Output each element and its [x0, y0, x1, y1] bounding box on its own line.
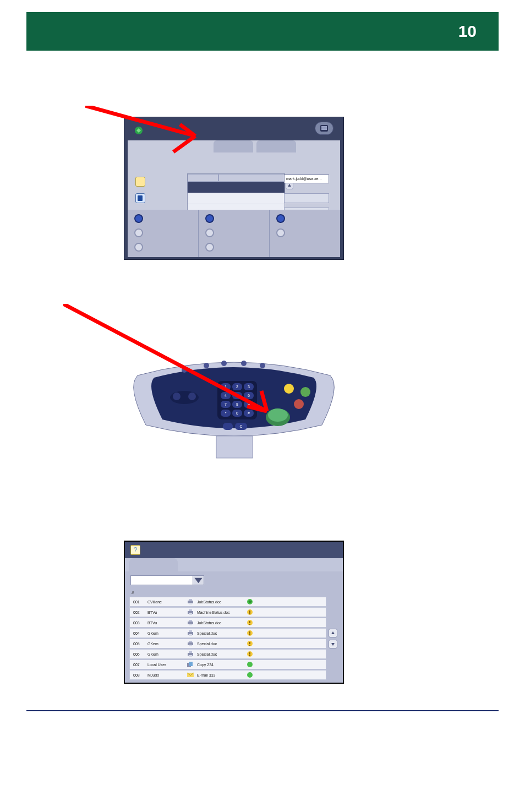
job-status-button[interactable] — [315, 122, 333, 135]
job-type-icon — [186, 641, 195, 646]
svg-rect-37 — [189, 603, 192, 604]
job-type-icon — [186, 620, 195, 625]
svg-rect-43 — [249, 611, 250, 613]
job-filter-input[interactable] — [130, 575, 193, 585]
svg-rect-46 — [189, 620, 192, 622]
keypad-key-9[interactable]: 9 — [248, 402, 250, 406]
job-id: 005 — [130, 642, 147, 646]
touchscreen-topbar — [124, 117, 343, 141]
stop-button[interactable] — [294, 399, 304, 409]
option-radio[interactable] — [205, 214, 214, 223]
svg-rect-62 — [249, 645, 250, 646]
recipient-table-header-2 — [218, 174, 285, 182]
svg-point-8 — [182, 367, 187, 373]
job-row[interactable]: 004GKemSpecial.doc — [129, 628, 326, 638]
keypad-key-0[interactable]: 0 — [236, 411, 238, 415]
job-name: JobStatus.doc — [195, 600, 245, 604]
scroll-down-button[interactable] — [329, 640, 337, 648]
option-radio[interactable] — [205, 243, 214, 252]
scroll-up-button[interactable] — [329, 629, 337, 637]
job-row[interactable]: 001CVillaneJobStatus.doc — [129, 597, 326, 607]
recipient-row[interactable] — [188, 182, 285, 193]
job-status-topbar: ? — [125, 542, 343, 558]
svg-point-71 — [247, 662, 253, 667]
keypad-key-hash[interactable]: # — [248, 411, 250, 415]
job-filter-dropdown-button[interactable] — [193, 575, 204, 585]
svg-rect-40 — [189, 609, 192, 611]
clear-all-button[interactable] — [300, 387, 310, 397]
job-row[interactable]: 007Local UserCopy 234 — [129, 660, 326, 669]
job-row[interactable]: 005GKemSpecial.doc — [129, 639, 326, 648]
option-radio[interactable] — [205, 228, 214, 237]
email-tab-1[interactable] — [132, 140, 172, 152]
page-header-bar: 10 — [26, 12, 499, 51]
keypad-key-5[interactable]: 5 — [236, 394, 238, 397]
job-status-icon — [245, 630, 254, 636]
svg-rect-70 — [189, 662, 193, 666]
job-id: 004 — [130, 631, 147, 635]
interrupt-button[interactable] — [284, 384, 294, 394]
job-owner: GKem — [147, 652, 186, 656]
svg-point-31 — [268, 408, 288, 422]
column-header-hash: # — [125, 589, 343, 595]
job-type-icon — [186, 662, 195, 667]
job-row[interactable]: 006GKemSpecial.doc — [129, 649, 326, 659]
control-panel-illustration: 1 2 3 4 5 6 7 8 9 * 0 # C — [124, 353, 344, 464]
option-radio[interactable] — [276, 214, 285, 223]
job-row[interactable]: 003BTVuJobStatus.doc — [129, 618, 326, 628]
job-row[interactable]: 008MJuddE-mail 333 — [129, 670, 326, 680]
option-radio[interactable] — [276, 228, 285, 237]
job-id: 003 — [130, 621, 147, 625]
keypad-key-2[interactable]: 2 — [236, 385, 238, 389]
svg-point-9 — [204, 363, 209, 368]
recipient-row[interactable] — [188, 193, 285, 204]
svg-rect-2 — [321, 126, 327, 128]
document-icon[interactable] — [135, 193, 145, 203]
figure-job-status-screen: ? # 001CVillaneJobStatus.doc002BTVuMachi… — [124, 541, 344, 684]
active-jobs-tab[interactable] — [129, 558, 178, 571]
job-name: Copy 234 — [195, 663, 245, 667]
job-name: E-mail 333 — [195, 673, 245, 677]
job-status-tab-area — [125, 558, 343, 571]
svg-rect-3 — [321, 128, 327, 130]
svg-rect-49 — [249, 621, 250, 623]
touchscreen-option-row — [128, 210, 340, 257]
keypad-key-7[interactable]: 7 — [225, 402, 227, 406]
job-owner: MJudd — [147, 673, 186, 677]
option-column-3 — [269, 210, 340, 257]
keypad-key-star[interactable]: * — [225, 411, 227, 415]
keypad-key-3[interactable]: 3 — [248, 385, 250, 389]
page-number: 10 — [458, 22, 477, 41]
note-icon[interactable] — [135, 177, 145, 187]
figure-control-panel: 1 2 3 4 5 6 7 8 9 * 0 # C — [124, 353, 344, 464]
job-type-icon — [186, 651, 195, 657]
svg-rect-68 — [249, 655, 250, 656]
email-tab-3[interactable] — [256, 140, 296, 152]
svg-rect-58 — [189, 641, 192, 642]
svg-rect-36 — [189, 599, 192, 601]
job-id: 008 — [130, 673, 147, 677]
svg-rect-7 — [216, 436, 253, 458]
document-page: 10 — [0, 12, 525, 733]
job-name: MachineStatus.doc — [195, 611, 245, 614]
job-id: 007 — [130, 663, 147, 667]
keypad-key-6[interactable]: 6 — [248, 394, 250, 397]
option-radio[interactable] — [134, 243, 143, 252]
job-type-icon — [186, 672, 195, 678]
option-radio[interactable] — [134, 214, 143, 223]
svg-rect-50 — [249, 624, 250, 625]
email-tab-2[interactable] — [214, 140, 253, 152]
svg-rect-55 — [249, 631, 250, 634]
help-icon[interactable]: ? — [130, 545, 140, 555]
side-button-1[interactable] — [284, 193, 329, 203]
keypad-key-8[interactable]: 8 — [236, 402, 238, 406]
job-name: Special.doc — [195, 631, 245, 635]
option-radio[interactable] — [134, 228, 143, 237]
keypad-key-clear[interactable]: C — [239, 424, 242, 428]
keypad-key-1[interactable]: 1 — [225, 385, 227, 389]
job-row[interactable]: 002BTVuMachineStatus.doc — [129, 607, 326, 617]
svg-point-12 — [260, 363, 265, 368]
job-status-icon — [245, 640, 254, 647]
keypad-key-4[interactable]: 4 — [225, 394, 227, 397]
touchscreen-body: mark.judd@usa.xe... — [128, 140, 340, 212]
